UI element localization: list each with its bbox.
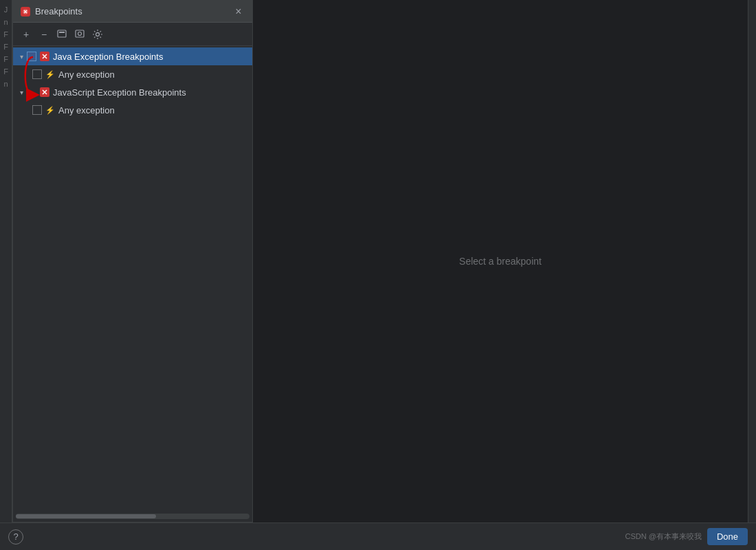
svg-rect-4 (76, 30, 84, 37)
dialog-title-left: Breakpoints (20, 6, 82, 17)
import-breakpoints-button[interactable] (72, 27, 87, 42)
select-breakpoint-hint: Select a breakpoint (459, 256, 542, 267)
left-sidebar: J n F F F F n (0, 0, 12, 536)
js-any-exception-row[interactable]: ⚡ Any exception (13, 101, 252, 119)
sidebar-letter-n2: n (3, 80, 8, 88)
main-panel: Select a breakpoint (253, 0, 748, 522)
breakpoints-tree: ▾ Java Exception Breakpoints ⚡ Any excep… (13, 46, 252, 514)
export-breakpoints-button[interactable] (54, 27, 69, 42)
bottom-right-section: CSDN @有本事来咬我 Done (625, 528, 748, 545)
watermark-text: CSDN @有本事来咬我 (625, 531, 702, 542)
java-any-exception-row[interactable]: ⚡ Any exception (13, 65, 252, 83)
svg-rect-2 (58, 30, 66, 37)
java-chevron-icon: ▾ (16, 51, 27, 62)
svg-point-5 (78, 32, 82, 35)
java-exception-breakpoints-label: Java Exception Breakpoints (53, 52, 163, 62)
java-any-exception-label: Any exception (58, 69, 115, 80)
sidebar-letter-f2: F (3, 43, 8, 51)
dialog-title-text: Breakpoints (35, 6, 82, 16)
js-lightning-icon: ⚡ (45, 104, 56, 116)
right-sidebar (748, 0, 756, 536)
java-breakpoint-icon (39, 51, 50, 62)
java-lightning-icon: ⚡ (45, 69, 56, 80)
sidebar-letter-j: J (4, 6, 8, 14)
sidebar-letter-f1: F (3, 30, 8, 38)
breakpoints-icon (20, 6, 31, 17)
breakpoints-dialog: Breakpoints × + − ▾ (12, 0, 253, 522)
settings-button[interactable] (90, 27, 105, 42)
js-chevron-icon: ▾ (16, 87, 27, 98)
js-breakpoint-icon (39, 87, 50, 98)
sidebar-letter-f4: F (3, 67, 8, 76)
sidebar-letter-f3: F (3, 55, 8, 63)
remove-breakpoint-button[interactable]: − (36, 27, 52, 42)
svg-point-6 (96, 32, 100, 36)
dialog-titlebar: Breakpoints × (13, 1, 252, 23)
sidebar-letter-n: n (3, 18, 8, 26)
add-breakpoint-button[interactable]: + (19, 27, 34, 42)
js-any-exception-label: Any exception (58, 105, 115, 116)
java-exception-breakpoints-row[interactable]: ▾ Java Exception Breakpoints (13, 47, 252, 65)
dialog-toolbar: + − (13, 23, 252, 46)
js-any-exception-checkbox[interactable] (32, 105, 42, 115)
js-exception-breakpoints-row[interactable]: ▾ JavaScript Exception Breakpoints (13, 83, 252, 101)
help-button[interactable]: ? (8, 529, 23, 544)
bottom-bar: ? CSDN @有本事来咬我 Done (0, 522, 756, 550)
close-button[interactable]: × (232, 5, 245, 19)
tree-scrollbar-thumb (16, 514, 156, 518)
java-any-exception-checkbox[interactable] (32, 69, 42, 79)
java-category-checkbox[interactable] (27, 52, 36, 61)
js-exception-breakpoints-label: JavaScript Exception Breakpoints (53, 87, 186, 98)
svg-rect-3 (59, 32, 65, 33)
tree-horizontal-scrollbar[interactable] (16, 514, 249, 519)
done-button[interactable]: Done (707, 528, 748, 545)
